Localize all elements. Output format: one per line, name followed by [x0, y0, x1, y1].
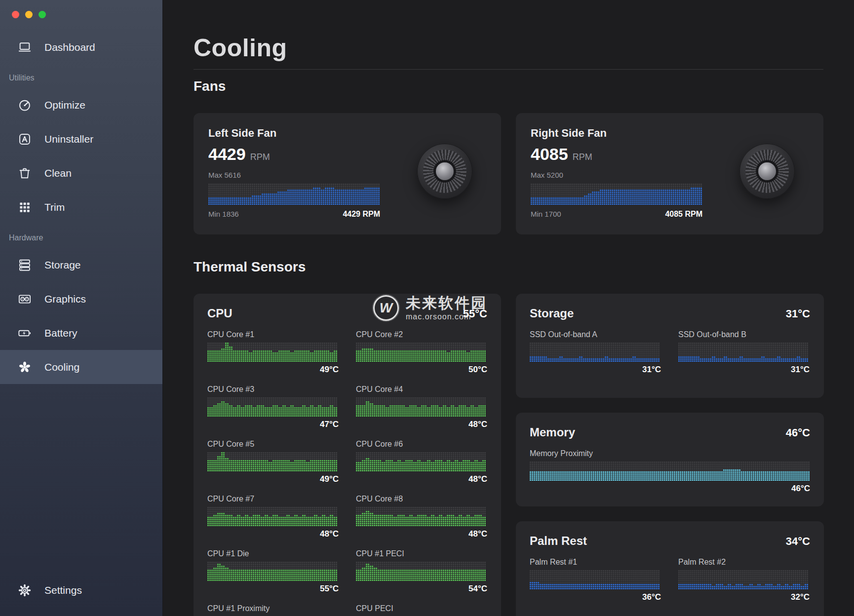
sensor-label: Palm Rest #1: [530, 558, 661, 567]
sidebar-item-uninstaller[interactable]: Uninstaller: [0, 122, 162, 156]
cpu-card-title: CPU: [207, 307, 233, 320]
sensor-chart: [356, 561, 487, 581]
sensor-ssd-b: SSD Out-of-band B 31°C: [678, 330, 810, 375]
sensor-cpu-core-6: CPU Core #6 48°C: [356, 440, 487, 484]
sensor-label: Memory Proximity: [530, 449, 810, 458]
sidebar-item-battery[interactable]: Battery: [0, 316, 162, 350]
sensor-label: CPU #1 Proximity: [207, 604, 339, 613]
sensor-chart: [207, 452, 339, 471]
fan-min-label: Min 1836: [208, 210, 239, 218]
battery-icon: [15, 323, 35, 343]
trash-icon: [15, 163, 35, 183]
sensor-temp: 36°C: [530, 592, 661, 602]
cpu-card-header: CPU 55°C: [207, 307, 487, 320]
fan-rpm-value: 4429: [208, 145, 246, 164]
sensor-label: CPU Core #5: [207, 440, 339, 449]
sensor-chart: [530, 342, 661, 362]
sensor-label: CPU PECI: [356, 604, 487, 613]
gauge-icon: [15, 95, 35, 115]
sidebar-item-trim[interactable]: Trim: [0, 190, 162, 224]
palm-rest-sensor-columns: Palm Rest #1 36°C Palm Rest #2 32°C: [530, 558, 810, 613]
storage-card: Storage 31°C SSD Out-of-band A 31°C SSD …: [516, 294, 824, 398]
sensor-label: Palm Rest #2: [678, 558, 810, 567]
sensor-label: CPU Core #3: [207, 385, 339, 394]
sidebar-item-label: Trim: [44, 201, 65, 213]
storage-card-title: Storage: [530, 307, 574, 320]
sensor-cpu-core-2: CPU Core #2 50°C: [356, 330, 487, 375]
palm-rest-card: Palm Rest 34°C Palm Rest #1 36°C Palm Re…: [516, 521, 824, 616]
sensor-label: CPU Core #8: [356, 495, 487, 503]
cpu-sensor-columns: CPU Core #1 49°C CPU Core #2 50°C CPU Co…: [207, 330, 487, 616]
sensor-label: CPU Core #2: [356, 330, 487, 339]
fan-name: Right Side Fan: [531, 127, 809, 140]
storage-sensor-columns: SSD Out-of-band A 31°C SSD Out-of-band B…: [530, 330, 810, 385]
sidebar-item-label: Storage: [44, 259, 81, 271]
fan-history-chart: [531, 183, 702, 205]
sensor-temp: 46°C: [530, 484, 810, 494]
sidebar: Dashboard Utilities Optimize Uninstaller: [0, 0, 163, 616]
sidebar-item-label: Settings: [44, 584, 82, 596]
sensor-temp: 48°C: [356, 529, 487, 539]
cpu-card: CPU 55°C CPU Core #1 49°C CPU Core #2 50…: [194, 294, 501, 616]
memory-card: Memory 46°C Memory Proximity 46°C: [516, 413, 824, 506]
thermal-grid: CPU 55°C CPU Core #1 49°C CPU Core #2 50…: [194, 294, 823, 616]
gpu-icon: [15, 289, 35, 309]
sidebar-item-storage[interactable]: Storage: [0, 248, 162, 282]
sensor-cpu-1-die: CPU #1 Die 55°C: [207, 549, 339, 594]
sidebar-item-cooling[interactable]: Cooling: [0, 350, 162, 384]
sidebar-item-graphics[interactable]: Graphics: [0, 282, 162, 316]
sidebar-section-utilities: Utilities: [0, 64, 162, 88]
fan-card-left: Left Side Fan 4429 RPM Max 5616 Min 1836…: [194, 113, 501, 234]
sensor-temp: 31°C: [678, 365, 810, 375]
sensor-ssd-a: SSD Out-of-band A 31°C: [530, 330, 661, 375]
sensor-chart: [207, 342, 339, 362]
server-icon: [15, 255, 35, 275]
sensor-cpu-1-peci: CPU #1 PECI 54°C: [356, 549, 487, 594]
sidebar-item-clean[interactable]: Clean: [0, 156, 162, 190]
storage-card-temp: 31°C: [786, 308, 810, 320]
sensor-temp: 31°C: [530, 365, 661, 375]
fan-rpm-value: 4085: [531, 145, 568, 164]
gear-icon: [15, 580, 35, 600]
fan-image: [739, 144, 795, 199]
sensor-chart: [678, 342, 810, 362]
sensor-temp: 55°C: [207, 584, 339, 594]
sensor-chart: [530, 461, 810, 481]
sensor-temp: 48°C: [356, 420, 487, 429]
fan-image: [417, 144, 472, 199]
title-divider: [194, 69, 823, 70]
minimize-button[interactable]: [25, 11, 33, 18]
sensor-chart: [678, 570, 810, 589]
sensor-temp: 50°C: [356, 365, 487, 375]
sensor-label: SSD Out-of-band B: [678, 330, 810, 339]
fan-icon: [15, 357, 35, 377]
sidebar-item-dashboard[interactable]: Dashboard: [0, 30, 162, 64]
fan-current-label: 4429 RPM: [343, 210, 380, 219]
sidebar-item-settings[interactable]: Settings: [0, 573, 162, 607]
sensor-chart: [207, 397, 339, 417]
memory-card-header: Memory 46°C: [530, 425, 810, 439]
storage-card-header: Storage 31°C: [530, 307, 810, 320]
sensor-temp: 32°C: [678, 592, 810, 602]
fan-history-chart: [208, 183, 380, 205]
sidebar-item-optimize[interactable]: Optimize: [0, 88, 162, 122]
memory-card-title: Memory: [530, 425, 575, 439]
sidebar-item-label: Cooling: [44, 361, 79, 373]
sensor-cpu-core-8: CPU Core #8 48°C: [356, 495, 487, 539]
traffic-lights: [0, 0, 162, 18]
thermal-section-title: Thermal Sensors: [194, 259, 823, 275]
zoom-button[interactable]: [39, 11, 46, 18]
sidebar-section-hardware: Hardware: [0, 224, 162, 248]
sidebar-item-label: Optimize: [44, 99, 85, 111]
fan-chart-footer: Min 1836 4429 RPM: [208, 210, 380, 219]
app-window: Dashboard Utilities Optimize Uninstaller: [0, 0, 854, 616]
fan-rpm-unit: RPM: [250, 152, 270, 162]
sensor-label: CPU #1 PECI: [356, 549, 487, 558]
sensor-cpu-core-7: CPU Core #7 48°C: [207, 495, 339, 539]
close-button[interactable]: [12, 11, 19, 18]
sensor-cpu-core-1: CPU Core #1 49°C: [207, 330, 339, 375]
sensor-palm-rest-1: Palm Rest #1 36°C: [530, 558, 661, 602]
sensor-temp: 49°C: [207, 365, 339, 375]
sidebar-item-label: Uninstaller: [44, 133, 93, 145]
sidebar-nav: Dashboard Utilities Optimize Uninstaller: [0, 30, 162, 384]
